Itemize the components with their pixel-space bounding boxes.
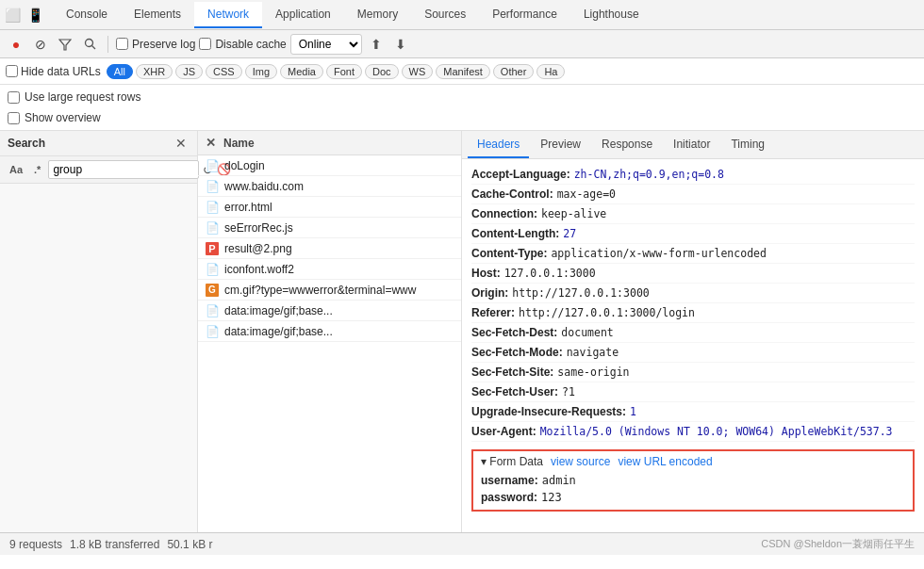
main-layout: Search ✕ Aa .* ↺ 🚫 ✕ Name 📄 doLogin 📄 ww… xyxy=(0,131,924,532)
header-row: Content-Length: 27 xyxy=(471,224,915,244)
filter-button[interactable] xyxy=(55,34,75,55)
header-val: 127.0.0.1:3000 xyxy=(504,267,596,280)
header-val: Mozilla/5.0 (Windows NT 10.0; WOW64) App… xyxy=(540,425,893,438)
header-row: User-Agent: Mozilla/5.0 (Windows NT 10.0… xyxy=(471,422,915,442)
filter-tag-manifest[interactable]: Manifest xyxy=(436,64,490,79)
show-overview-checkbox[interactable] xyxy=(8,112,20,124)
total-size: 50.1 kB r xyxy=(167,538,212,551)
tab-memory[interactable]: Memory xyxy=(344,2,411,28)
header-key: Sec-Fetch-User: xyxy=(471,385,558,398)
network-list-header: ✕ Name xyxy=(198,131,461,155)
file-icon: P xyxy=(206,242,219,255)
filter-tag-doc[interactable]: Doc xyxy=(365,64,399,79)
hide-data-urls-input[interactable] xyxy=(6,65,18,77)
status-bar: 9 requests 1.8 kB transferred 50.1 kB r … xyxy=(0,532,924,555)
disable-cache-checkbox[interactable]: Disable cache xyxy=(199,38,286,51)
right-panel: Headers Preview Response Initiator Timin… xyxy=(462,131,924,532)
filter-tag-other[interactable]: Other xyxy=(493,64,535,79)
clear-button[interactable]: ⊘ xyxy=(30,34,51,55)
header-val: keep-alive xyxy=(541,207,606,220)
devtools-icon-2[interactable]: 📱 xyxy=(26,7,43,24)
network-item[interactable]: 📄 www.baidu.com xyxy=(198,176,461,197)
search-close-button[interactable]: ✕ xyxy=(173,135,190,152)
tab-application[interactable]: Application xyxy=(262,2,344,28)
tab-performance[interactable]: Performance xyxy=(479,2,570,28)
header-val: http://127.0.0.1:3000/login xyxy=(519,306,695,319)
network-item[interactable]: 📄 data:image/gif;base... xyxy=(198,301,461,321)
devtools-icon-1[interactable]: ⬜ xyxy=(4,7,21,24)
header-key: Content-Type: xyxy=(471,247,547,260)
form-data-toggle[interactable]: ▾ Form Data xyxy=(481,455,543,468)
hide-data-urls-checkbox[interactable]: Hide data URLs xyxy=(6,65,101,78)
filter-tag-css[interactable]: CSS xyxy=(206,64,242,79)
form-data-row: password: 123 xyxy=(481,489,905,506)
header-row: Accept-Language: zh-CN,zh;q=0.9,en;q=0.8 xyxy=(471,165,915,185)
header-row: Referer: http://127.0.0.1:3000/login xyxy=(471,303,915,323)
file-icon: 📄 xyxy=(206,201,219,214)
options-rows: Use large request rows Show overview xyxy=(0,85,924,131)
svg-point-1 xyxy=(85,40,92,47)
filter-tag-ha[interactable]: Ha xyxy=(536,64,565,79)
download-button[interactable]: ⬇ xyxy=(390,34,411,55)
tab-network[interactable]: Network xyxy=(194,2,262,28)
record-button[interactable]: ● xyxy=(6,34,26,55)
header-val: zh-CN,zh;q=0.9,en;q=0.8 xyxy=(574,168,724,181)
preserve-log-input[interactable] xyxy=(116,38,128,50)
filter-tag-img[interactable]: Img xyxy=(245,64,277,79)
network-item[interactable]: 📄 error.html xyxy=(198,197,461,218)
search-regex-button[interactable]: .* xyxy=(30,162,44,177)
network-item[interactable]: 📄 doLogin xyxy=(198,155,461,176)
form-data-val: admin xyxy=(542,474,576,487)
filter-tag-media[interactable]: Media xyxy=(280,64,323,79)
search-aa-button[interactable]: Aa xyxy=(6,162,26,177)
header-key: Host: xyxy=(471,267,501,280)
header-row: Sec-Fetch-User: ?1 xyxy=(471,382,915,402)
upload-button[interactable]: ⬆ xyxy=(366,34,387,55)
file-name: data:image/gif;base... xyxy=(224,304,454,317)
network-item[interactable]: 📄 seErrorRec.js xyxy=(198,218,461,238)
tab-elements[interactable]: Elements xyxy=(121,2,194,28)
large-rows-checkbox[interactable] xyxy=(8,91,20,104)
view-source-link[interactable]: view source xyxy=(551,455,610,468)
tab-headers[interactable]: Headers xyxy=(468,132,529,158)
close-panel-button[interactable]: ✕ xyxy=(206,136,216,150)
header-val: 27 xyxy=(563,227,576,240)
tab-response[interactable]: Response xyxy=(592,132,662,158)
tab-timing[interactable]: Timing xyxy=(721,132,774,158)
file-name: result@2.png xyxy=(224,242,454,255)
tab-console[interactable]: Console xyxy=(53,2,121,28)
header-key: Connection: xyxy=(471,207,537,220)
filter-tag-font[interactable]: Font xyxy=(326,64,362,79)
file-name: seErrorRec.js xyxy=(224,221,454,235)
header-row: Host: 127.0.0.1:3000 xyxy=(471,264,915,284)
header-val: document xyxy=(561,326,613,339)
header-key: Cache-Control: xyxy=(471,187,553,201)
file-name: cm.gif?type=wwwerror&terminal=www xyxy=(224,284,454,297)
throttle-select[interactable]: Online Fast 3G Slow 3G Offline xyxy=(290,34,362,55)
file-icon: 📄 xyxy=(206,159,219,172)
header-val: application/x-www-form-urlencoded xyxy=(551,247,766,260)
filter-tag-ws[interactable]: WS xyxy=(402,64,434,79)
header-row: Connection: keep-alive xyxy=(471,204,915,224)
search-toolbar-button[interactable] xyxy=(79,34,100,55)
form-data-key: password: xyxy=(481,491,537,504)
filter-tag-all[interactable]: All xyxy=(107,64,133,79)
tab-lighthouse[interactable]: Lighthouse xyxy=(570,2,652,28)
disable-cache-input[interactable] xyxy=(199,38,211,50)
network-item[interactable]: 📄 iconfont.woff2 xyxy=(198,259,461,280)
view-url-encoded-link[interactable]: view URL encoded xyxy=(618,455,712,468)
file-icon: 📄 xyxy=(206,304,219,317)
network-item[interactable]: P result@2.png xyxy=(198,238,461,259)
header-row: Content-Type: application/x-www-form-url… xyxy=(471,244,915,264)
filter-tag-js[interactable]: JS xyxy=(175,64,203,79)
header-val: max-age=0 xyxy=(557,187,616,201)
tab-preview[interactable]: Preview xyxy=(531,132,590,158)
network-list: ✕ Name 📄 doLogin 📄 www.baidu.com 📄 error… xyxy=(198,131,462,532)
tab-initiator[interactable]: Initiator xyxy=(664,132,719,158)
filter-tag-xhr[interactable]: XHR xyxy=(136,64,173,79)
preserve-log-checkbox[interactable]: Preserve log xyxy=(116,38,195,51)
network-item[interactable]: G cm.gif?type=wwwerror&terminal=www xyxy=(198,280,461,301)
network-item[interactable]: 📄 data:image/gif;base... xyxy=(198,321,461,342)
search-input[interactable] xyxy=(48,160,199,179)
tab-sources[interactable]: Sources xyxy=(411,2,479,28)
